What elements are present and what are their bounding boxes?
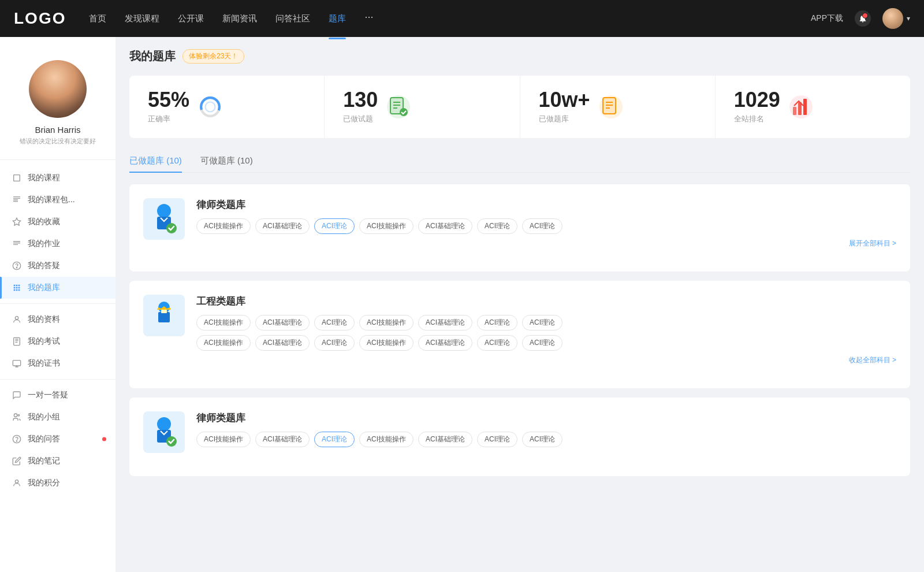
tag-1-1[interactable]: ACI基础理论 xyxy=(255,315,310,330)
sidebar-label-questions: 我的问答 xyxy=(28,434,60,444)
sidebar-item-courses[interactable]: 我的课程 xyxy=(0,167,116,189)
tag-0-1[interactable]: ACI基础理论 xyxy=(255,218,310,234)
sidebar-item-profile[interactable]: 我的资料 xyxy=(0,309,116,330)
sidebar-label-course-pack: 我的课程包... xyxy=(28,195,75,205)
qbank-card-2: 律师类题库 ACI技能操作 ACI基础理论 ACI理论 ACI技能操作 ACI基… xyxy=(129,398,910,476)
tag-1-13[interactable]: ACI理论 xyxy=(522,335,562,351)
svg-point-12 xyxy=(206,102,215,112)
svg-point-8 xyxy=(16,441,17,441)
rank-icon xyxy=(789,95,813,118)
qbank-card-1-tags: ACI技能操作 ACI基础理论 ACI理论 ACI技能操作 ACI基础理论 AC… xyxy=(196,315,896,330)
svg-rect-31 xyxy=(158,312,170,322)
stat-rank-text: 1029 全站排名 xyxy=(734,90,780,124)
my-qa-icon xyxy=(12,261,22,271)
tag-2-5[interactable]: ACI理论 xyxy=(477,432,517,447)
tag-0-0[interactable]: ACI技能操作 xyxy=(196,218,251,234)
notification-bell[interactable] xyxy=(855,10,871,27)
stat-accuracy: 55% 正确率 xyxy=(129,76,325,138)
tag-2-3[interactable]: ACI技能操作 xyxy=(359,432,413,447)
tag-2-0[interactable]: ACI技能操作 xyxy=(196,432,251,447)
sidebar-item-notes[interactable]: 我的笔记 xyxy=(0,450,116,472)
profile-avatar xyxy=(29,60,87,118)
tag-1-4[interactable]: ACI基础理论 xyxy=(418,315,472,330)
nav-news[interactable]: 新闻资讯 xyxy=(222,11,257,27)
nav-more[interactable]: ··· xyxy=(364,11,373,27)
sidebar-item-1on1[interactable]: 一对一答疑 xyxy=(0,384,116,406)
stat-rank-number: 1029 xyxy=(734,90,780,110)
sidebar-item-qbank[interactable]: 我的题库 xyxy=(0,277,116,299)
sidebar-divider3 xyxy=(0,379,116,380)
nav-discover[interactable]: 发现课程 xyxy=(125,11,159,27)
qbank-avatar-engineer xyxy=(143,295,185,336)
tab-done[interactable]: 已做题库 (10) xyxy=(129,150,182,172)
nav-home[interactable]: 首页 xyxy=(89,11,106,27)
sidebar-item-course-pack[interactable]: 我的课程包... xyxy=(0,189,116,211)
tag-0-2[interactable]: ACI理论 xyxy=(314,218,355,234)
expand-link-0[interactable]: 展开全部科目 > xyxy=(196,239,896,248)
tag-2-2[interactable]: ACI理论 xyxy=(314,432,355,447)
app-download-button[interactable]: APP下载 xyxy=(811,13,843,24)
svg-rect-4 xyxy=(13,361,20,366)
sidebar-item-points[interactable]: 我的积分 xyxy=(0,472,116,494)
svg-point-9 xyxy=(15,480,18,483)
header-right: APP下载 ▾ xyxy=(811,8,910,29)
svg-point-6 xyxy=(18,414,20,416)
stat-done-banks-label: 已做题库 xyxy=(539,114,590,124)
tag-0-4[interactable]: ACI基础理论 xyxy=(418,218,472,234)
sidebar-item-my-qa[interactable]: 我的答疑 xyxy=(0,255,116,277)
1on1-icon xyxy=(12,390,22,400)
qbank-card-1-tags2: ACI技能操作 ACI基础理论 ACI理论 ACI技能操作 ACI基础理论 AC… xyxy=(196,335,896,351)
nav-qbank[interactable]: 题库 xyxy=(329,11,346,27)
questions-badge xyxy=(102,437,106,441)
tag-1-3[interactable]: ACI技能操作 xyxy=(359,315,413,330)
sidebar-item-group[interactable]: 我的小组 xyxy=(0,406,116,428)
engineer-icon xyxy=(147,298,181,333)
tag-0-5[interactable]: ACI理论 xyxy=(477,218,517,234)
stats-row: 55% 正确率 130 已做试题 xyxy=(129,76,910,138)
stat-rank: 1029 全站排名 xyxy=(716,76,910,138)
page-header: 我的题库 体验剩余23天！ xyxy=(129,49,910,64)
tag-1-6[interactable]: ACI理论 xyxy=(522,315,562,330)
sidebar-item-homework[interactable]: 我的作业 xyxy=(0,233,116,255)
tag-2-1[interactable]: ACI基础理论 xyxy=(255,432,310,447)
accuracy-icon xyxy=(199,95,222,118)
tag-1-11[interactable]: ACI基础理论 xyxy=(418,335,472,351)
tag-1-8[interactable]: ACI基础理论 xyxy=(255,335,310,351)
favorites-icon xyxy=(12,217,22,227)
tag-1-12[interactable]: ACI理论 xyxy=(477,335,517,351)
done-questions-icon xyxy=(387,95,410,118)
chevron-down-icon: ▾ xyxy=(907,14,910,23)
bell-icon xyxy=(858,14,867,23)
sidebar-item-certificate[interactable]: 我的证书 xyxy=(0,352,116,374)
tag-0-3[interactable]: ACI技能操作 xyxy=(359,218,413,234)
sidebar-label-courses: 我的课程 xyxy=(28,173,60,183)
sidebar-label-qbank: 我的题库 xyxy=(28,283,60,293)
sidebar-item-questions[interactable]: 我的问答 xyxy=(0,428,116,450)
tag-1-7[interactable]: ACI技能操作 xyxy=(196,335,251,351)
tabs: 已做题库 (10) 可做题库 (10) xyxy=(129,150,910,173)
tag-2-4[interactable]: ACI基础理论 xyxy=(418,432,472,447)
nav-opencourse[interactable]: 公开课 xyxy=(178,11,204,27)
tag-2-6[interactable]: ACI理论 xyxy=(522,432,562,447)
main-content: 我的题库 体验剩余23天！ 55% 正确率 xyxy=(116,37,924,572)
tag-1-2[interactable]: ACI理论 xyxy=(314,315,355,330)
svg-rect-26 xyxy=(803,99,807,115)
homework-icon xyxy=(12,239,22,249)
tag-1-5[interactable]: ACI理论 xyxy=(477,315,517,330)
tab-available[interactable]: 可做题库 (10) xyxy=(200,150,253,172)
tag-1-0[interactable]: ACI技能操作 xyxy=(196,315,251,330)
qbank-card-1: 工程类题库 ACI技能操作 ACI基础理论 ACI理论 ACI技能操作 ACI基… xyxy=(129,281,910,388)
sidebar-label-1on1: 一对一答疑 xyxy=(28,390,68,400)
tag-0-6[interactable]: ACI理论 xyxy=(522,218,562,234)
tag-1-10[interactable]: ACI技能操作 xyxy=(359,335,413,351)
expand-link-1[interactable]: 收起全部科目 > xyxy=(196,355,896,365)
user-menu[interactable]: ▾ xyxy=(882,8,910,29)
qbank-card-0-tags: ACI技能操作 ACI基础理论 ACI理论 ACI技能操作 ACI基础理论 AC… xyxy=(196,218,896,234)
stat-done-questions: 130 已做试题 xyxy=(325,76,520,138)
tag-1-9[interactable]: ACI理论 xyxy=(314,335,355,351)
qbank-avatar-lawyer xyxy=(143,198,185,240)
qbank-card-0-header: 律师类题库 ACI技能操作 ACI基础理论 ACI理论 ACI技能操作 ACI基… xyxy=(143,198,896,248)
sidebar-item-favorites[interactable]: 我的收藏 xyxy=(0,211,116,233)
nav-qa[interactable]: 问答社区 xyxy=(275,11,310,27)
sidebar-item-exam[interactable]: 我的考试 xyxy=(0,330,116,352)
